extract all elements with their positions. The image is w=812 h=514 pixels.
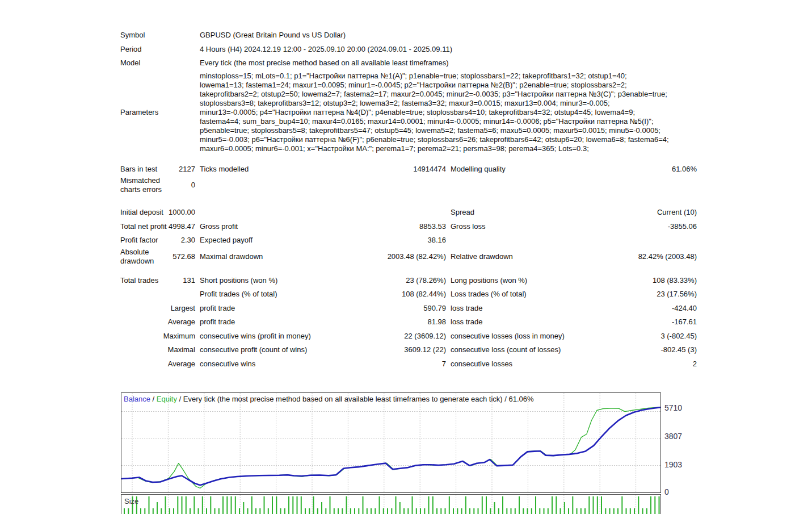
stat-value: 23 (17.56%) [657,290,697,299]
trade-size-bar [173,508,174,514]
trade-size-bar [601,496,602,514]
balance-legend-label: Balance [124,395,150,403]
trade-size-bar [453,508,454,514]
trade-size-bar [502,496,503,514]
trade-size-bar [498,508,499,514]
trade-size-bar [548,508,549,514]
stat-label: consecutive profit (count of wins) [200,345,307,354]
period-value: 4 Hours (H4) 2024.12.19 12:00 - 2025.09.… [200,45,698,54]
equity-chart-svg [121,393,660,492]
trade-size-bar [654,496,655,514]
trade-size-bar [515,508,516,514]
stat-value: -3855.06 [668,222,697,231]
trade-size-bar [630,508,631,514]
trade-size-bar [128,508,129,514]
trade-size-bar [330,496,331,514]
trade-size-bar [535,496,536,514]
trade-size-bar [531,508,532,514]
trade-size-bar [572,496,573,514]
trade-size-bar [465,496,466,514]
trade-size-bar [605,508,606,514]
trade-size-bar [317,508,318,514]
trade-size-bar [646,508,647,514]
trade-size-bar [597,496,598,514]
stat-label: Absolute drawdown [120,248,168,266]
trade-size-bar [309,508,310,514]
trade-size-bar [396,496,397,514]
trade-size-bar [363,496,364,514]
equity-line [121,407,660,488]
trade-size-bar [375,508,376,514]
trade-size-bar [613,508,615,514]
stat-label: Gross profit [200,222,238,231]
stat-label: loss trade [451,317,482,327]
trade-size-bar [358,508,359,514]
report-row-period: Period 4 Hours (H4) 2024.12.19 12:00 - 2… [120,43,698,57]
stat-label: Short positions (won %) [200,276,277,285]
stat-value: 7 [442,360,446,369]
stat-value: Maximum [163,332,195,341]
report-row-parameters: Parameters minstoploss=15; mLots=0.1; p1… [120,72,698,153]
stat-label: loss trade [451,304,482,313]
trade-size-bar [350,508,351,514]
report-table: Symbol GBPUSD (Great Britain Pound vs US… [120,28,698,371]
trade-size-bar [268,508,269,514]
stat-value: 590.79 [423,304,446,313]
stat-value: 38.16 [427,236,446,245]
trade-size-bar [140,508,141,514]
trade-size-bar [280,508,281,514]
balance-equity-chart: Balance / Equity / Every tick (the most … [121,392,661,493]
y-axis-tick: 1903 [664,460,682,469]
trade-size-bar [272,496,273,514]
trade-size-bar [305,508,306,514]
stat-value: 14914474 [413,165,446,174]
size-bars-svg [121,495,660,514]
stat-label: Spread [451,208,474,217]
stat-label: consecutive loss (count of losses) [451,345,561,354]
stat-label: Profit trades (% of total) [200,290,277,299]
trade-size-bar [313,496,314,514]
trade-size-bar [247,508,249,514]
report-row-model: Model Every tick (the most precise metho… [120,56,698,70]
trade-size-bar [259,508,260,514]
stat-label: Loss trades (% of total) [451,290,527,299]
trade-size-bar [650,496,651,514]
trade-size-bar [182,496,183,514]
trade-size-bar [218,508,220,514]
stat-value: 2127 [179,165,195,174]
trade-size-bar [292,496,293,514]
trade-size-bar [449,496,450,514]
trade-size-bar [231,496,232,514]
trade-size-bar [251,496,253,514]
trade-size-bar [490,508,491,514]
y-axis-tick: 0 [664,487,669,496]
trade-size-bar [461,508,462,514]
trade-size-bar [457,508,458,514]
trade-size-bar [214,508,216,514]
stat-value: -167.61 [672,317,697,327]
stat-value: 82.42% (2003.48) [638,252,697,261]
parameters-value: minstoploss=15; mLots=0.1; p1="Настройки… [200,72,698,153]
stat-value: -424.40 [672,304,697,313]
trade-size-bar [436,508,437,514]
trade-size-bar [202,496,203,514]
trade-size-bar [239,508,240,514]
trade-size-bar [556,496,557,514]
trade-size-bar [494,502,495,514]
trade-size-bar [560,508,561,514]
trade-size-bar [371,508,372,514]
stat-value: 0 [191,181,195,190]
stat-value: -802.45 (3) [660,345,697,354]
stat-value: Largest [171,304,195,313]
stat-value: 572.68 [173,252,195,261]
trade-size-bar [486,496,487,514]
stat-row-drawdown: Absolute drawdown572.68 Maximal drawdown… [120,248,698,266]
trade-size-bar [144,508,145,514]
trade-size-bar [617,508,619,514]
stat-row-avgconsecutive: Average consecutive wins7 consecutive lo… [120,357,698,371]
trade-size-bar [186,496,187,514]
stat-value: 4998.47 [169,222,195,231]
trade-size-bar [210,496,211,514]
trade-size-bar [634,508,635,514]
trade-size-bar [416,508,417,514]
